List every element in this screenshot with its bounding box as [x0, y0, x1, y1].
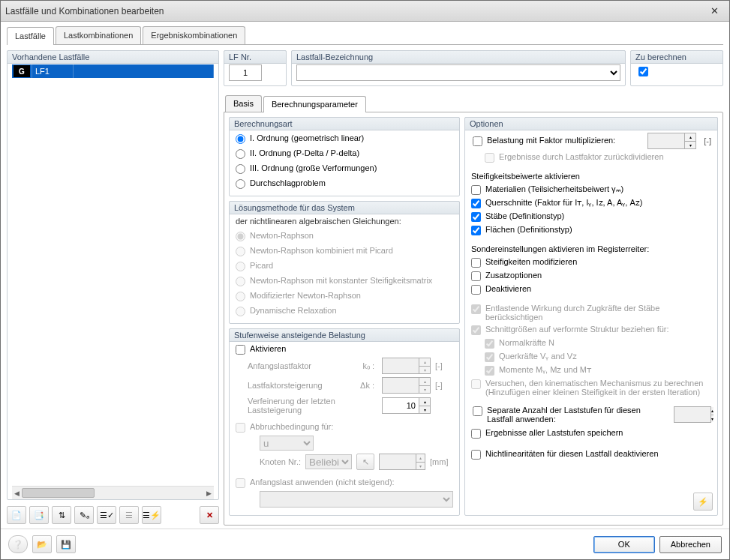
tab-lastfaelle[interactable]: Lastfälle	[7, 27, 54, 45]
radio-newton-const: Newton-Raphson mit konstanter Steifigkei…	[234, 274, 455, 289]
tb-new[interactable]: 📄	[7, 506, 26, 524]
radio-newton-picard: Newton-Raphson kombiniert mit Picard	[234, 244, 455, 259]
chk-momente: Momente Mᵧ, Mᴢ und Mᴛ	[483, 364, 713, 377]
chk-querschnitte[interactable]: Querschnitte (Faktor für Iᴛ, Iᵧ, Iᴢ, A, …	[470, 196, 713, 210]
tb-copy[interactable]: 📑	[29, 506, 49, 524]
lfnr-label: LF Nr.	[224, 50, 287, 64]
chk-initial-load: Anfangslast anwenden (nicht steigend):	[234, 476, 455, 490]
solver-sub: der nichtlinearen algebraischen Gleichun…	[234, 215, 455, 229]
chk-disable-nonlin[interactable]: Nichtlinearitäten für diesen Lastfall de…	[470, 448, 713, 461]
tb-sort[interactable]: ⇅	[52, 506, 71, 524]
lf-tag: G	[14, 65, 30, 77]
lfnr-input[interactable]	[229, 64, 262, 81]
dk-input: ▴▾	[382, 377, 431, 394]
left-toolbar: 📄 📑 ⇅ ✎ₐ ☰✓ ☰ ☰⚡ ✕	[7, 505, 219, 526]
solver-header: Lösungsmethode für das System	[229, 201, 460, 214]
window-title: Lastfälle und Kombinationen bearbeiten	[5, 6, 704, 16]
scroll-right-icon[interactable]: ▶	[206, 490, 212, 497]
chk-verformte: Schnittgrößen auf verformte Struktur bez…	[470, 323, 713, 337]
chk-activate-increment[interactable]: Aktivieren	[234, 343, 455, 356]
lf-row-selected[interactable]: G LF1	[12, 64, 214, 78]
open-button[interactable]: 📂	[32, 535, 52, 553]
lf-name: LF1	[32, 64, 74, 78]
close-button[interactable]: ✕	[704, 4, 725, 19]
tab-ergebniskombinationen[interactable]: Ergebniskombinationen	[143, 26, 245, 44]
refine-label: Verfeinerung der letzten Laststeigerung	[248, 397, 349, 415]
tab-lastkombinationen[interactable]: Lastkombinationen	[56, 26, 141, 44]
chk-store-all[interactable]: Ergebnisse aller Laststufen speichern	[470, 427, 713, 440]
chk-stop-cond: Abbruchbedingung für:	[234, 421, 455, 434]
calc-label: Zu berechnen	[630, 50, 723, 64]
chk-kinematic: Versuchen, den kinematischen Mechanismus…	[470, 377, 713, 398]
chk-deaktivieren[interactable]: Deaktivieren	[470, 283, 713, 296]
chk-zugkraefte: Entlastende Wirkung durch Zugkräfte der …	[470, 302, 713, 323]
radio-newton: Newton-Raphson	[234, 229, 455, 244]
radio-durchschlag[interactable]: Durchschlagproblem	[234, 176, 455, 191]
chk-modify-stiff[interactable]: Steifigkeiten modifizieren	[470, 256, 713, 269]
tb-extra[interactable]: ☰⚡	[142, 506, 161, 524]
chk-separate-steps[interactable]: Separate Anzahl der Laststufen für diese…	[471, 404, 669, 425]
increment-header: Stufenweise ansteigende Belastung	[229, 328, 460, 342]
calc-checkbox[interactable]	[638, 67, 648, 76]
multiply-factor-input: ▴▾	[647, 133, 696, 149]
pick-node-button: ↖	[356, 454, 374, 470]
radio-order-2[interactable]: II. Ordnung (P-Delta / P-delta)	[234, 146, 455, 161]
subtab-basis[interactable]: Basis	[225, 95, 262, 112]
lightning-button[interactable]: ⚡	[693, 493, 713, 511]
tb-delete[interactable]: ✕	[200, 506, 219, 524]
bez-label: Lastfall-Bezeichnung	[291, 50, 626, 64]
ok-button[interactable]: OK	[593, 536, 655, 553]
radio-dynrelax: Dynamische Relaxation	[234, 304, 455, 319]
node-label: Knoten Nr.:	[260, 457, 301, 466]
chk-divide-back: Ergebnisse durch Lastfaktor zurückdividi…	[483, 151, 713, 164]
radio-newton-mod: Modifizierter Newton-Raphson	[234, 289, 455, 304]
tb-selectnone[interactable]: ☰	[119, 506, 139, 524]
radio-order-1[interactable]: I. Ordnung (geometrisch linear)	[234, 131, 455, 146]
tb-rename[interactable]: ✎ₐ	[74, 506, 94, 524]
tb-selectall[interactable]: ☰✓	[97, 506, 116, 524]
left-header: Vorhandene Lastfälle	[7, 50, 219, 64]
options-header: Optionen	[464, 117, 718, 130]
refine-input[interactable]: ▴▾	[382, 397, 431, 414]
stop-var: u	[260, 436, 314, 451]
lf-list[interactable]: G LF1	[12, 64, 214, 486]
bez-combo[interactable]	[296, 64, 620, 81]
chk-normal: Normalkräfte N	[483, 337, 713, 350]
sonder-header: Sondereinstellungen aktivieren im Regist…	[471, 244, 713, 253]
chk-multiply-factor[interactable]: Belastung mit Faktor multiplizieren:	[471, 134, 643, 148]
stiffness-header: Steifigkeitsbeiwerte aktivieren	[471, 172, 713, 181]
chk-flaechen[interactable]: Flächen (Definitionstyp)	[470, 223, 713, 237]
chk-materials[interactable]: Materialien (Teilsicherheitsbeiwert γₘ)	[470, 183, 713, 196]
cancel-button[interactable]: Abbrechen	[659, 536, 722, 553]
node-select: Beliebig	[305, 454, 352, 469]
dk-label: Lastfaktorsteigerung	[248, 381, 349, 390]
title-bar: Lastfälle und Kombinationen bearbeiten ✕	[1, 1, 729, 22]
help-button[interactable]: ❔	[8, 535, 28, 553]
scroll-left-icon[interactable]: ◀	[14, 490, 20, 497]
k0-label: Anfangslastfaktor	[248, 361, 349, 370]
chk-quer: Querkräfte Vᵧ and Vᴢ	[483, 350, 713, 364]
initial-load-select	[260, 491, 453, 508]
separate-steps-input: ▴▾	[674, 406, 711, 423]
top-tabs: Lastfälle Lastkombinationen Ergebniskomb…	[1, 22, 729, 44]
node-value: ▴▾	[379, 454, 425, 470]
calctype-header: Berechnungsart	[229, 117, 460, 130]
chk-staebe[interactable]: Stäbe (Definitionstyp)	[470, 210, 713, 223]
chk-zusatz[interactable]: Zusatzoptionen	[470, 269, 713, 283]
h-scrollbar[interactable]: ◀ ▶	[12, 486, 214, 499]
radio-order-3[interactable]: III. Ordnung (große Verformungen)	[234, 161, 455, 176]
subtab-berechnung[interactable]: Berechnungsparameter	[263, 96, 366, 112]
k0-input: ▴▾	[382, 358, 431, 374]
radio-picard: Picard	[234, 259, 455, 274]
save-button[interactable]: 💾	[56, 535, 76, 553]
